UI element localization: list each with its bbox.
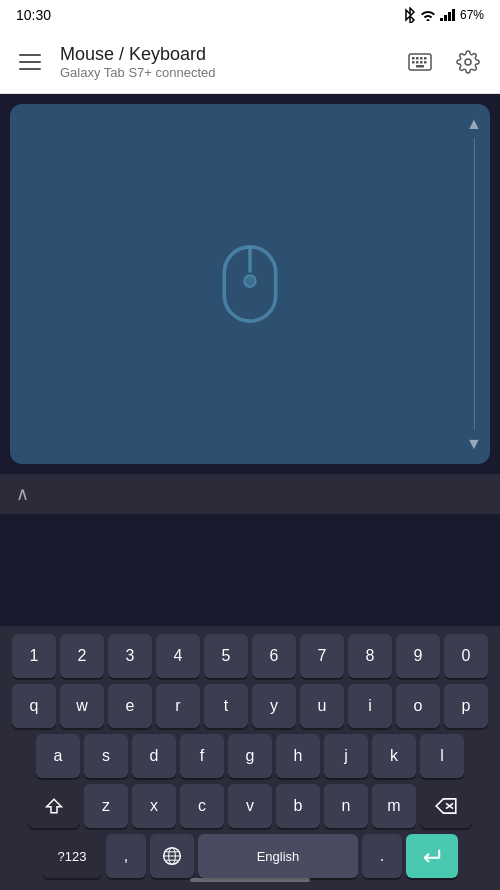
svg-rect-13 (416, 65, 424, 68)
key-i[interactable]: i (348, 684, 392, 728)
key-r[interactable]: r (156, 684, 200, 728)
key-v[interactable]: v (228, 784, 272, 828)
scroll-line (474, 138, 475, 430)
key-0[interactable]: 0 (444, 634, 488, 678)
numsym-button[interactable]: ?123 (42, 834, 102, 878)
key-1[interactable]: 1 (12, 634, 56, 678)
key-6[interactable]: 6 (252, 634, 296, 678)
key-h[interactable]: h (276, 734, 320, 778)
shift-button[interactable] (28, 784, 80, 828)
keyboard-container: 1 2 3 4 5 6 7 8 9 0 q w e r t y u i o p … (0, 626, 500, 890)
backspace-button[interactable] (420, 784, 472, 828)
key-q[interactable]: q (12, 684, 56, 728)
status-time: 10:30 (16, 7, 51, 23)
svg-rect-12 (424, 61, 427, 64)
app-title: Mouse / Keyboard (60, 44, 388, 65)
svg-rect-5 (412, 57, 415, 60)
key-2[interactable]: 2 (60, 634, 104, 678)
qwerty-row: q w e r t y u i o p (4, 684, 496, 728)
wifi-icon (420, 9, 436, 21)
enter-icon (421, 847, 443, 865)
key-f[interactable]: f (180, 734, 224, 778)
menu-icon (19, 68, 41, 70)
svg-rect-6 (416, 57, 419, 60)
key-y[interactable]: y (252, 684, 296, 728)
svg-point-16 (244, 275, 255, 286)
battery-icon: 67% (460, 8, 484, 22)
key-j[interactable]: j (324, 734, 368, 778)
menu-button[interactable] (12, 44, 48, 80)
svg-rect-7 (420, 57, 423, 60)
key-u[interactable]: u (300, 684, 344, 728)
gear-icon (456, 50, 480, 74)
bottom-handle (190, 878, 310, 882)
key-d[interactable]: d (132, 734, 176, 778)
bottom-key-row: ?123 , English . (4, 834, 496, 878)
key-period[interactable]: . (362, 834, 402, 878)
status-bar: 10:30 67% (0, 0, 500, 30)
menu-icon (19, 61, 41, 63)
svg-rect-8 (424, 57, 427, 60)
asdf-row: a s d f g h j k l (4, 734, 496, 778)
svg-rect-10 (416, 61, 419, 64)
enter-button[interactable] (406, 834, 458, 878)
key-comma[interactable]: , (106, 834, 146, 878)
key-8[interactable]: 8 (348, 634, 392, 678)
app-bar: Mouse / Keyboard Galaxy Tab S7+ connecte… (0, 30, 500, 94)
key-g[interactable]: g (228, 734, 272, 778)
key-w[interactable]: w (60, 684, 104, 728)
globe-button[interactable] (150, 834, 194, 878)
menu-icon (19, 54, 41, 56)
key-b[interactable]: b (276, 784, 320, 828)
status-icons: 67% (404, 7, 484, 23)
key-3[interactable]: 3 (108, 634, 152, 678)
key-l[interactable]: l (420, 734, 464, 778)
numsym-label: ?123 (58, 849, 87, 864)
svg-rect-3 (452, 9, 455, 21)
collapse-button[interactable]: ∧ (16, 483, 29, 505)
key-c[interactable]: c (180, 784, 224, 828)
key-t[interactable]: t (204, 684, 248, 728)
key-e[interactable]: e (108, 684, 152, 728)
bluetooth-icon (404, 7, 416, 23)
key-5[interactable]: 5 (204, 634, 248, 678)
zxcv-row: z x c v b n m (4, 784, 496, 828)
svg-rect-2 (448, 12, 451, 21)
keyboard-icon (408, 53, 432, 71)
signal-icon (440, 9, 456, 21)
svg-rect-11 (420, 61, 423, 64)
scroll-track[interactable]: ▲ ▼ (470, 116, 478, 452)
key-4[interactable]: 4 (156, 634, 200, 678)
keyboard-button[interactable] (400, 42, 440, 82)
svg-rect-9 (412, 61, 415, 64)
bottom-bar: ∧ (0, 474, 500, 514)
globe-icon (162, 846, 182, 866)
app-bar-title-area: Mouse / Keyboard Galaxy Tab S7+ connecte… (60, 44, 388, 80)
touchpad-area[interactable]: ▲ ▼ (10, 104, 490, 464)
scroll-up-arrow: ▲ (466, 116, 482, 132)
svg-rect-0 (440, 18, 443, 21)
key-z[interactable]: z (84, 784, 128, 828)
key-7[interactable]: 7 (300, 634, 344, 678)
key-k[interactable]: k (372, 734, 416, 778)
key-s[interactable]: s (84, 734, 128, 778)
scroll-down-arrow: ▼ (466, 436, 482, 452)
space-button[interactable]: English (198, 834, 358, 878)
mouse-icon (220, 244, 280, 324)
backspace-icon (435, 798, 457, 814)
space-label: English (257, 849, 300, 864)
key-9[interactable]: 9 (396, 634, 440, 678)
app-bar-actions (400, 42, 488, 82)
key-p[interactable]: p (444, 684, 488, 728)
key-a[interactable]: a (36, 734, 80, 778)
key-n[interactable]: n (324, 784, 368, 828)
svg-rect-1 (444, 15, 447, 21)
number-row: 1 2 3 4 5 6 7 8 9 0 (4, 634, 496, 678)
key-m[interactable]: m (372, 784, 416, 828)
key-x[interactable]: x (132, 784, 176, 828)
shift-icon (45, 797, 63, 815)
app-subtitle: Galaxy Tab S7+ connected (60, 65, 388, 80)
settings-button[interactable] (448, 42, 488, 82)
key-o[interactable]: o (396, 684, 440, 728)
